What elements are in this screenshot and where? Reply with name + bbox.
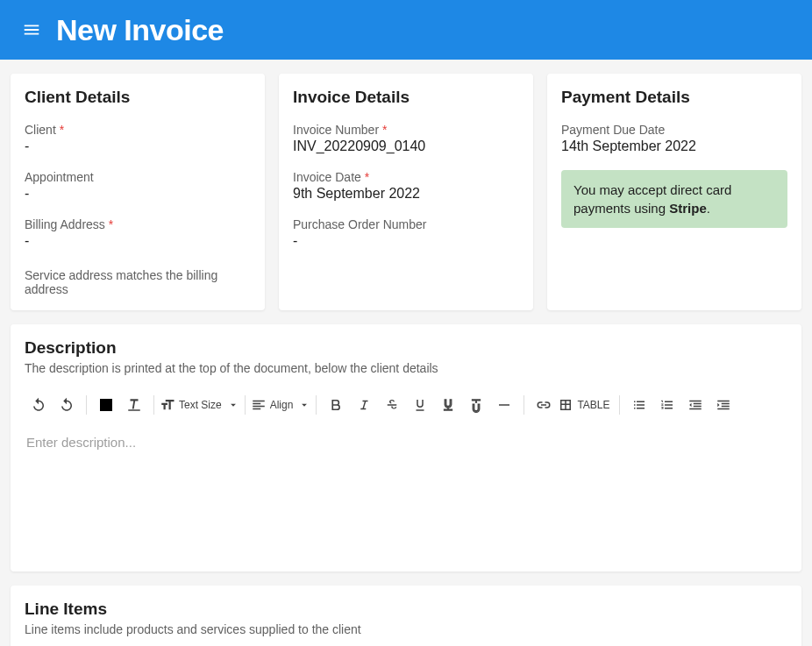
clear-format-icon [126,397,142,413]
text-size-dropdown[interactable]: Text Size [160,397,239,413]
table-icon [558,397,573,413]
line-items-card: Line Items Line items include products a… [11,586,801,646]
toolbar-separator [86,395,87,415]
invoice-date-value: 9th September 2022 [293,186,519,202]
description-title: Description [25,338,787,358]
subscript-icon [440,397,456,413]
hamburger-icon [22,20,41,39]
payment-due-field[interactable]: Payment Due Date 14th September 2022 [561,123,787,154]
client-details-title: Client Details [25,88,251,107]
link-button[interactable] [530,391,558,419]
superscript-button[interactable] [462,391,490,419]
horizontal-rule-icon [496,397,512,413]
appointment-label: Appointment [25,170,251,184]
number-list-button[interactable] [653,391,681,419]
app-bar: New Invoice [0,0,812,60]
hr-button[interactable] [490,391,518,419]
client-details-card: Client Details Client* - Appointment - B… [11,74,265,310]
line-items-subtitle: Line items include products and services… [25,622,787,636]
number-list-icon [659,397,675,413]
invoice-details-card: Invoice Details Invoice Number* INV_2022… [279,74,533,310]
description-editor[interactable]: Enter description... [25,422,787,571]
toolbar-separator [619,395,620,415]
outdent-button[interactable] [681,391,709,419]
menu-button[interactable] [14,12,49,47]
billing-label: Billing Address* [25,217,251,231]
superscript-icon [468,397,484,413]
color-swatch-icon [100,399,112,411]
line-items-title: Line Items [25,600,787,619]
italic-icon [356,397,372,413]
indent-icon [716,397,731,413]
undo-button[interactable] [25,391,53,419]
service-address-note: Service address matches the billing addr… [25,268,251,296]
toolbar-separator [153,395,154,415]
undo-icon [31,397,46,413]
client-value: - [25,138,251,154]
table-label: TABLE [573,399,613,411]
clear-format-button[interactable] [120,391,148,419]
caret-down-icon [227,399,239,411]
table-dropdown[interactable]: TABLE [558,397,613,413]
bullet-list-button[interactable] [625,391,653,419]
toolbar-separator [316,395,317,415]
top-cards-row: Client Details Client* - Appointment - B… [11,74,801,310]
align-label: Align [267,399,297,411]
invoice-details-title: Invoice Details [293,88,519,107]
caret-down-icon [298,399,310,411]
toolbar-separator [524,395,524,415]
content: Client Details Client* - Appointment - B… [0,60,812,646]
stripe-info-box: You may accept direct card payments usin… [561,170,787,228]
invoice-number-field[interactable]: Invoice Number* INV_20220909_0140 [293,123,519,154]
align-icon [251,397,267,413]
client-label: Client* [25,123,251,137]
bullet-list-icon [631,397,647,413]
appointment-value: - [25,186,251,202]
toolbar-separator [245,395,246,415]
invoice-date-field[interactable]: Invoice Date* 9th September 2022 [293,170,519,202]
redo-icon [59,397,75,413]
link-icon [536,397,552,413]
underline-icon [412,397,428,413]
billing-address-field[interactable]: Billing Address* - [25,217,251,249]
payment-details-card: Payment Details Payment Due Date 14th Se… [547,74,801,310]
po-number-value: - [293,233,519,249]
text-size-icon [160,397,175,413]
billing-value: - [25,233,251,249]
bold-button[interactable] [322,391,350,419]
strike-button[interactable] [378,391,406,419]
po-number-label: Purchase Order Number [293,217,519,231]
description-card: Description The description is printed a… [11,324,801,571]
invoice-number-value: INV_20220909_0140 [293,138,519,154]
underline-button[interactable] [406,391,434,419]
client-field[interactable]: Client* - [25,123,251,154]
redo-button[interactable] [53,391,81,419]
payment-due-label: Payment Due Date [561,123,787,137]
invoice-number-label: Invoice Number* [293,123,519,137]
italic-button[interactable] [350,391,378,419]
appointment-field[interactable]: Appointment - [25,170,251,202]
subscript-button[interactable] [434,391,462,419]
text-color-button[interactable] [92,391,120,419]
payment-details-title: Payment Details [561,88,787,107]
payment-due-value: 14th September 2022 [561,138,787,154]
stripe-info-bold[interactable]: Stripe [669,201,707,216]
description-subtitle: The description is printed at the top of… [25,361,787,375]
outdent-icon [687,397,703,413]
editor-toolbar: Text Size Align TABLE [25,387,787,422]
align-dropdown[interactable]: Align [251,397,311,413]
indent-button[interactable] [709,391,737,419]
text-size-label: Text Size [175,399,225,411]
invoice-date-label: Invoice Date* [293,170,519,184]
strikethrough-icon [384,397,400,413]
bold-icon [328,397,344,413]
stripe-info-suffix: . [707,201,710,216]
po-number-field[interactable]: Purchase Order Number - [293,217,519,249]
page-title: New Invoice [56,13,224,47]
